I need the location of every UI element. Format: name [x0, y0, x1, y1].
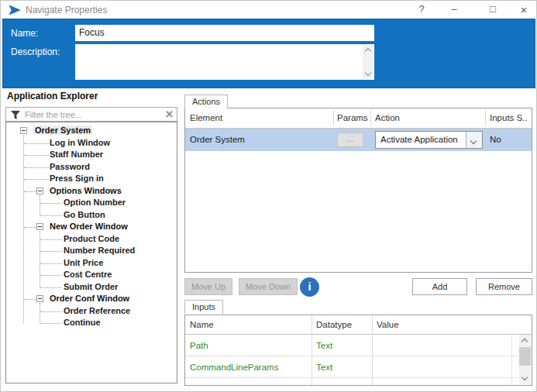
properties-header: Name: Focus Description:: [2, 19, 535, 88]
scroll-down-icon[interactable]: [365, 70, 371, 76]
inputs-table-row[interactable]: WorkingDirectoryText: [185, 378, 518, 386]
tree-item-label: Number Required: [64, 246, 135, 255]
tree-collapse-minus-icon[interactable]: [20, 127, 27, 134]
add-button[interactable]: Add: [412, 278, 467, 295]
inputs-table-row[interactable]: PathText: [185, 335, 518, 356]
action-dropdown-value: Activate Application: [380, 135, 458, 144]
tree-item-password[interactable]: Password: [7, 161, 176, 174]
name-input[interactable]: Focus: [75, 25, 374, 41]
description-label: Description:: [11, 46, 60, 57]
application-tree-panel: Order SystemLog in WindowStaff NumberPas…: [5, 122, 177, 383]
tree-item-label: Submit Order: [64, 282, 118, 291]
input-name-cell: Path: [190, 341, 208, 350]
tree-item-label: Staff Number: [50, 150, 103, 159]
inputs-set-cell: No: [490, 135, 501, 144]
tree-item-label: Password: [50, 162, 90, 171]
tree-item-label: Continue: [64, 318, 101, 327]
inputs-table-row[interactable]: CommandLineParamsText: [185, 356, 518, 378]
col-datatype: Datatype: [316, 320, 352, 329]
scroll-up-icon[interactable]: [522, 339, 528, 345]
tree-filter-placeholder: Filter the tree...: [25, 110, 82, 119]
tree-connector-line: [40, 303, 40, 323]
maximize-button[interactable]: □: [483, 3, 503, 15]
action-dropdown[interactable]: Activate Application: [375, 131, 483, 149]
move-down-button[interactable]: Move Down: [239, 278, 298, 295]
tree-connector-line: [23, 135, 24, 323]
tree-item-order-conf-window[interactable]: Order Conf Window: [7, 293, 176, 305]
tree-item-cost-centre[interactable]: Cost Centre: [7, 269, 176, 281]
tree-connector-line: [40, 231, 40, 287]
col-action: Action: [375, 113, 400, 122]
tree-item-order-reference[interactable]: Order Reference: [7, 305, 176, 318]
scrollbar-thumb[interactable]: [519, 347, 531, 366]
move-up-button[interactable]: Move Up: [184, 278, 232, 295]
minimize-button[interactable]: –: [444, 3, 464, 15]
params-ellipsis-button[interactable]: ...: [337, 132, 363, 147]
tree-item-label: Cost Centre: [64, 270, 112, 279]
name-value: Focus: [79, 27, 105, 38]
actions-table-header: Element Params Action Inputs S..: [185, 108, 532, 129]
col-params: Params: [337, 113, 368, 122]
tree-item-label: Option Number: [64, 198, 126, 207]
tree-item-option-number[interactable]: Option Number: [7, 197, 176, 209]
tree-collapse-minus-icon[interactable]: [36, 223, 43, 230]
application-explorer-title: Application Explorer: [7, 91, 98, 101]
tree-item-continue[interactable]: Continue: [7, 317, 176, 329]
description-input[interactable]: [75, 44, 374, 80]
inputs-scrollbar[interactable]: [519, 335, 531, 384]
tree-collapse-minus-icon[interactable]: [36, 187, 43, 194]
tree-item-go-button[interactable]: Go Button: [7, 209, 176, 222]
input-datatype-cell: Text: [316, 384, 332, 386]
navigate-stage-icon: [9, 5, 21, 15]
window-title: Navigate Properties: [26, 5, 107, 15]
help-button[interactable]: ?: [411, 3, 432, 15]
clear-filter-x-icon[interactable]: ✕: [165, 108, 174, 120]
funnel-icon: [11, 111, 20, 119]
tree-item-label: Unit Price: [64, 258, 103, 267]
actions-table-row[interactable]: Order System...Activate ApplicationNo: [185, 129, 532, 151]
tree-item-label: Order Conf Window: [50, 294, 129, 303]
tree-item-options-windows[interactable]: Options Windows: [7, 185, 176, 198]
description-scrollbar[interactable]: [363, 45, 373, 79]
tree-item-label: Go Button: [64, 210, 105, 219]
scroll-up-icon[interactable]: [365, 48, 371, 54]
tree-item-press-sign-in[interactable]: Press Sign in: [7, 173, 176, 185]
tree-item-label: Order Reference: [64, 306, 130, 315]
inputs-table-header: Name Datatype Value: [185, 315, 532, 335]
tree-item-log-in-window[interactable]: Log in Window: [7, 137, 176, 150]
close-button[interactable]: ×: [514, 3, 534, 16]
tree-item-product-code[interactable]: Product Code: [7, 233, 176, 246]
chevron-down-icon[interactable]: [466, 132, 482, 148]
tab-inputs[interactable]: Inputs: [184, 300, 223, 314]
tree-filter-box[interactable]: Filter the tree... ✕: [5, 107, 177, 122]
app-tree: Order SystemLog in WindowStaff NumberPas…: [7, 125, 176, 380]
input-name-cell: CommandLineParams: [190, 363, 278, 372]
tab-actions[interactable]: Actions: [184, 95, 228, 108]
input-datatype-cell: Text: [316, 341, 332, 350]
col-inputs-set: Inputs S..: [490, 113, 528, 122]
tree-item-new-order-window[interactable]: New Order Window: [7, 221, 176, 233]
scroll-down-icon[interactable]: [522, 374, 528, 380]
tree-item-label: Options Windows: [50, 186, 122, 195]
col-value: Value: [377, 320, 399, 329]
tree-item-submit-order[interactable]: Submit Order: [7, 281, 176, 294]
action-element-cell: Order System: [190, 135, 245, 144]
tree-item-label: Press Sign in: [50, 174, 104, 183]
name-label: Name:: [11, 28, 38, 39]
col-name: Name: [190, 320, 214, 329]
tree-item-order-system[interactable]: Order System: [7, 125, 176, 137]
tree-item-label: Order System: [33, 126, 92, 135]
title-bar: Navigate Properties ? – □ ×: [1, 1, 536, 19]
input-name-cell: WorkingDirectory: [190, 384, 258, 386]
tree-item-staff-number[interactable]: Staff Number: [7, 149, 176, 161]
actions-table: Element Params Action Inputs S.. Order S…: [184, 108, 532, 273]
inputs-table: Name Datatype Value PathTextCommandLineP…: [184, 315, 532, 386]
navigate-properties-dialog: Navigate Properties ? – □ × Name: Focus …: [0, 0, 537, 392]
col-element: Element: [190, 113, 222, 122]
remove-button[interactable]: Remove: [476, 278, 532, 295]
tree-item-number-required[interactable]: Number Required: [7, 245, 176, 257]
tree-item-label: New Order Window: [50, 222, 128, 231]
tree-item-unit-price[interactable]: Unit Price: [7, 257, 176, 270]
tree-collapse-minus-icon[interactable]: [36, 295, 43, 302]
tree-item-label: Product Code: [64, 234, 119, 243]
